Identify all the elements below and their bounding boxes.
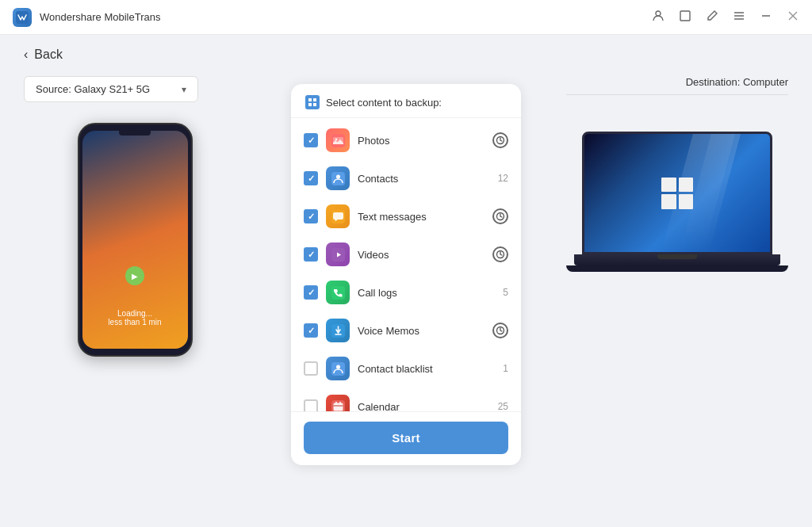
backup-card: Select content to backup: ✓ Photos ✓ Con… bbox=[291, 84, 521, 465]
laptop-base-notch bbox=[657, 254, 697, 259]
back-navigation[interactable]: ‹ Back bbox=[0, 35, 812, 68]
item-count-calllogs: 5 bbox=[503, 287, 508, 298]
item-label-voicememos: Voice Memos bbox=[358, 325, 485, 337]
app-logo bbox=[13, 8, 32, 27]
laptop-illustration bbox=[566, 132, 788, 272]
item-count-contacts: 12 bbox=[498, 173, 508, 184]
app-title: Wondershare MobileTrans bbox=[40, 11, 160, 23]
win-quad-1 bbox=[661, 178, 676, 193]
back-arrow-icon: ‹ bbox=[24, 48, 28, 62]
backup-item-photos[interactable]: ✓ Photos bbox=[291, 121, 521, 159]
phone-screen: ▶ Loading... less than 1 min bbox=[82, 131, 188, 349]
item-count-blacklist: 1 bbox=[503, 363, 508, 374]
svg-point-15 bbox=[335, 138, 336, 139]
svg-point-1 bbox=[656, 11, 661, 16]
backup-item-videos[interactable]: ✓ Videos bbox=[291, 235, 521, 273]
item-label-calendar: Calendar bbox=[358, 401, 490, 412]
svg-rect-11 bbox=[308, 103, 312, 106]
item-icon-calllogs bbox=[326, 281, 350, 304]
close-icon[interactable] bbox=[787, 10, 799, 25]
item-icon-messages bbox=[326, 204, 350, 228]
svg-rect-24 bbox=[331, 286, 345, 300]
svg-rect-31 bbox=[333, 403, 343, 411]
checkbox-videos[interactable]: ✓ bbox=[304, 247, 318, 262]
backup-item-calendar[interactable]: Calendar 25 bbox=[291, 388, 521, 411]
user-icon[interactable] bbox=[652, 10, 665, 25]
item-label-calllogs: Call logs bbox=[358, 287, 495, 299]
backup-header-text: Select content to backup: bbox=[326, 97, 442, 109]
start-button[interactable]: Start bbox=[304, 422, 508, 454]
svg-point-29 bbox=[336, 365, 340, 369]
phone-device: ▶ Loading... less than 1 min bbox=[78, 123, 193, 357]
center-panel: Select content to backup: ✓ Photos ✓ Con… bbox=[246, 76, 566, 511]
svg-point-18 bbox=[336, 174, 340, 178]
laptop-device bbox=[582, 132, 772, 272]
item-icon-videos bbox=[326, 242, 350, 266]
sync-icon-messages bbox=[492, 208, 508, 224]
sync-icon-voicememos bbox=[492, 323, 508, 338]
minimize-icon[interactable] bbox=[760, 10, 772, 25]
laptop-bottom bbox=[566, 265, 788, 272]
destination-label: Destination: Computer bbox=[566, 76, 788, 95]
item-label-blacklist: Contact blacklist bbox=[358, 363, 495, 375]
backup-item-messages[interactable]: ✓ Text messages bbox=[291, 197, 521, 235]
source-selector-text: Source: Galaxy S21+ 5G bbox=[36, 83, 150, 95]
phone-notch bbox=[119, 131, 151, 136]
item-icon-photos bbox=[326, 128, 350, 152]
phone-play-icon: ▶ bbox=[125, 266, 144, 285]
source-panel: Source: Galaxy S21+ 5G ▾ ▶ Loading... le… bbox=[24, 76, 246, 511]
checkbox-photos[interactable]: ✓ bbox=[304, 133, 318, 147]
backup-list[interactable]: ✓ Photos ✓ Contacts 12 ✓ Text messages ✓ bbox=[291, 118, 521, 411]
item-icon-voicememos bbox=[326, 319, 350, 342]
backup-header: Select content to backup: bbox=[291, 84, 521, 118]
back-label: Back bbox=[34, 48, 63, 62]
item-label-photos: Photos bbox=[358, 135, 485, 147]
titlebar: Wondershare MobileTrans bbox=[0, 0, 812, 35]
backup-item-blacklist[interactable]: Contact blacklist 1 bbox=[291, 349, 521, 388]
backup-item-voicememos[interactable]: ✓ Voice Memos bbox=[291, 311, 521, 349]
sync-icon-videos bbox=[492, 246, 508, 262]
source-selector[interactable]: Source: Galaxy S21+ 5G ▾ bbox=[24, 76, 198, 102]
checkbox-messages[interactable]: ✓ bbox=[304, 209, 318, 223]
phone-side-button bbox=[78, 172, 79, 196]
destination-panel: Destination: Computer bbox=[566, 76, 788, 511]
titlebar-icons bbox=[652, 10, 799, 25]
laptop-base bbox=[574, 254, 780, 265]
svg-rect-20 bbox=[333, 212, 343, 220]
item-count-calendar: 25 bbox=[498, 401, 508, 411]
item-label-videos: Videos bbox=[358, 249, 485, 261]
backup-item-calllogs[interactable]: ✓ Call logs 5 bbox=[291, 273, 521, 311]
laptop-screen bbox=[582, 132, 772, 254]
item-label-contacts: Contacts bbox=[358, 173, 490, 185]
titlebar-left: Wondershare MobileTrans bbox=[13, 8, 160, 27]
pen-icon[interactable] bbox=[706, 10, 718, 25]
svg-rect-9 bbox=[308, 98, 312, 101]
svg-rect-2 bbox=[680, 11, 690, 21]
svg-rect-12 bbox=[313, 103, 316, 106]
menu-icon[interactable] bbox=[733, 10, 745, 25]
backup-header-icon bbox=[305, 95, 320, 109]
checkbox-contacts[interactable]: ✓ bbox=[304, 171, 318, 185]
checkbox-calendar[interactable] bbox=[304, 399, 318, 411]
item-icon-blacklist bbox=[326, 357, 350, 380]
content-area: Source: Galaxy S21+ 5G ▾ ▶ Loading... le… bbox=[0, 68, 812, 527]
source-chevron-icon: ▾ bbox=[182, 84, 186, 95]
phone-illustration: ▶ Loading... less than 1 min bbox=[24, 123, 246, 357]
item-icon-calendar bbox=[326, 395, 350, 411]
laptop-screen-content bbox=[584, 134, 770, 252]
backup-item-contacts[interactable]: ✓ Contacts 12 bbox=[291, 159, 521, 197]
item-icon-contacts bbox=[326, 166, 350, 190]
svg-rect-10 bbox=[313, 98, 316, 101]
main-content: ‹ Back Source: Galaxy S21+ 5G ▾ ▶ Loadin… bbox=[0, 35, 812, 527]
checkbox-voicememos[interactable]: ✓ bbox=[304, 323, 318, 338]
item-label-messages: Text messages bbox=[358, 211, 485, 223]
checkbox-calllogs[interactable]: ✓ bbox=[304, 285, 318, 300]
checkbox-blacklist[interactable] bbox=[304, 361, 318, 376]
sync-icon-photos bbox=[492, 132, 508, 148]
window-icon[interactable] bbox=[679, 10, 691, 25]
phone-loading-text: Loading... less than 1 min bbox=[82, 309, 188, 327]
start-button-wrapper: Start bbox=[291, 411, 521, 465]
